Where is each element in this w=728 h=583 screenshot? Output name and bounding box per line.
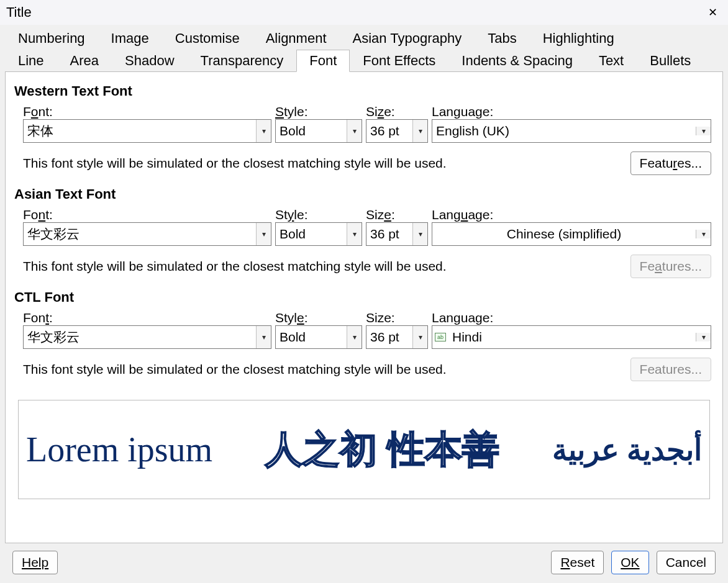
ctl-language-combo[interactable]: ab ▾ [432, 325, 711, 349]
label-language: Language: [432, 207, 711, 222]
dialog-body: Numbering Image Customise Alignment Asia… [0, 25, 728, 583]
chevron-down-icon[interactable]: ▾ [347, 326, 362, 348]
ctl-hint-row: This font style will be simulated or the… [14, 349, 714, 389]
ok-button[interactable]: OK [611, 551, 648, 574]
label-size: Size: [366, 310, 428, 325]
label-style: Style: [275, 207, 362, 222]
ctl-font-combo[interactable]: ▾ [23, 325, 271, 349]
preview-western: Lorem ipsum [26, 430, 212, 469]
ctl-language-input[interactable] [448, 328, 696, 346]
label-font: Font: [23, 207, 271, 222]
label-language: Language: [432, 104, 711, 119]
western-style-input[interactable] [276, 120, 347, 142]
western-language-input[interactable] [432, 122, 696, 140]
chevron-down-icon[interactable]: ▾ [412, 223, 427, 245]
cancel-button[interactable]: Cancel [657, 551, 716, 574]
label-size: Size: [366, 104, 428, 119]
chevron-down-icon[interactable]: ▾ [256, 223, 271, 245]
tab-asian-typography[interactable]: Asian Typography [340, 27, 475, 50]
preview-cjk: 人之初 性本善 [265, 425, 499, 475]
western-fields: ▾ ▾ ▾ ▾ [14, 119, 714, 143]
tab-alignment[interactable]: Alignment [253, 27, 340, 50]
window-title: Title [6, 4, 703, 20]
chevron-down-icon[interactable]: ▾ [412, 326, 427, 348]
font-preview: Lorem ipsum 人之初 性本善 أبجدية عربية [18, 400, 710, 499]
label-font: Font: [23, 310, 271, 325]
western-hint-row: This font style will be simulated or the… [14, 143, 714, 183]
chevron-down-icon[interactable]: ▾ [256, 326, 271, 348]
ctl-labels: Font: Style: Size: Language: [14, 310, 714, 325]
asian-font-combo[interactable]: ▾ [23, 222, 271, 246]
asian-size-input[interactable] [366, 223, 412, 245]
tab-font-effects[interactable]: Font Effects [350, 50, 448, 72]
dialog-button-bar: Help Reset OK Cancel [5, 543, 723, 583]
chevron-down-icon[interactable]: ▾ [412, 120, 427, 142]
ctl-size-input[interactable] [366, 326, 412, 348]
asian-hint: This font style will be simulated or the… [23, 259, 623, 274]
tab-highlighting[interactable]: Highlighting [530, 27, 627, 50]
tab-row-1: Numbering Image Customise Alignment Asia… [5, 27, 723, 50]
western-size-input[interactable] [366, 120, 412, 142]
help-button[interactable]: Help [12, 551, 58, 574]
ctl-hint: This font style will be simulated or the… [23, 362, 623, 377]
tab-shadow[interactable]: Shadow [112, 50, 188, 72]
asian-hint-row: This font style will be simulated or the… [14, 246, 714, 286]
asian-labels: Font: Style: Size: Language: [14, 207, 714, 222]
tab-bullets[interactable]: Bullets [637, 50, 704, 72]
western-font-combo[interactable]: ▾ [23, 119, 271, 143]
asian-language-combo[interactable]: ▾ [432, 222, 711, 246]
ctl-fields: ▾ ▾ ▾ ab ▾ [14, 325, 714, 349]
tab-font[interactable]: Font [296, 50, 350, 72]
asian-size-combo[interactable]: ▾ [366, 222, 428, 246]
ctl-features-button: Features... [630, 358, 711, 381]
label-font: Font: [23, 104, 271, 119]
reset-button[interactable]: Reset [551, 551, 604, 574]
tab-transparency[interactable]: Transparency [188, 50, 297, 72]
western-style-combo[interactable]: ▾ [275, 119, 362, 143]
asian-fields: ▾ ▾ ▾ ▾ [14, 222, 714, 246]
close-icon[interactable]: ✕ [703, 6, 722, 19]
tab-customise[interactable]: Customise [162, 27, 253, 50]
chevron-down-icon[interactable]: ▾ [347, 223, 362, 245]
tab-line[interactable]: Line [5, 50, 57, 72]
western-hint: This font style will be simulated or the… [23, 156, 623, 171]
tab-tabs[interactable]: Tabs [475, 27, 529, 50]
asian-features-button: Features... [630, 255, 711, 278]
western-features-button[interactable]: Features... [630, 151, 711, 175]
ctl-font-input[interactable] [24, 326, 256, 348]
section-ctl-title: CTL Font [14, 289, 714, 305]
ctl-style-combo[interactable]: ▾ [275, 325, 362, 349]
asian-language-input[interactable] [432, 225, 696, 243]
tab-row-2: Line Area Shadow Transparency Font Font … [5, 50, 723, 72]
western-language-combo[interactable]: ▾ [432, 119, 711, 143]
western-size-combo[interactable]: ▾ [366, 119, 428, 143]
titlebar: Title ✕ [0, 0, 728, 25]
label-size: Size: [366, 207, 428, 222]
tab-numbering[interactable]: Numbering [5, 27, 98, 50]
chevron-down-icon[interactable]: ▾ [696, 230, 711, 238]
section-western-title: Western Text Font [14, 83, 714, 99]
western-labels: Font: Style: Size: Language: [14, 104, 714, 119]
tab-indents-spacing[interactable]: Indents & Spacing [448, 50, 586, 72]
ctl-style-input[interactable] [276, 326, 347, 348]
preview-arabic: أبجدية عربية [552, 432, 702, 467]
chevron-down-icon[interactable]: ▾ [696, 127, 711, 135]
section-asian-title: Asian Text Font [14, 186, 714, 202]
chevron-down-icon[interactable]: ▾ [256, 120, 271, 142]
western-font-input[interactable] [24, 120, 256, 142]
asian-font-input[interactable] [24, 223, 256, 245]
ctl-size-combo[interactable]: ▾ [366, 325, 428, 349]
chevron-down-icon[interactable]: ▾ [347, 120, 362, 142]
asian-style-input[interactable] [276, 223, 347, 245]
spellcheck-icon: ab [435, 333, 446, 341]
tab-text[interactable]: Text [586, 50, 637, 72]
tab-page-font: Western Text Font Font: Style: Size: Lan… [5, 71, 723, 543]
label-style: Style: [275, 104, 362, 119]
label-language: Language: [432, 310, 711, 325]
tab-area[interactable]: Area [57, 50, 112, 72]
label-style: Style: [275, 310, 362, 325]
tab-image[interactable]: Image [98, 27, 162, 50]
chevron-down-icon[interactable]: ▾ [696, 333, 711, 341]
asian-style-combo[interactable]: ▾ [275, 222, 362, 246]
